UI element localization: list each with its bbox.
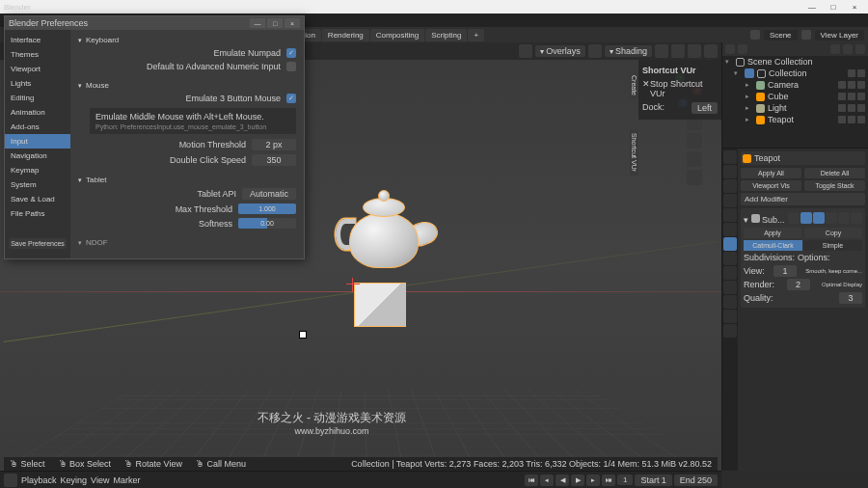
window-max-button[interactable]: □ [824, 1, 843, 13]
modifier-name[interactable]: Sub... [762, 215, 785, 225]
timeline-type-icon[interactable] [4, 474, 17, 487]
prefs-ndof-header[interactable]: NDOF [78, 236, 296, 249]
motion-threshold-value[interactable]: 2 px [252, 139, 296, 150]
shade-render-icon[interactable] [704, 44, 718, 58]
prefs-nav-filepaths[interactable]: File Paths [5, 206, 70, 221]
current-frame[interactable]: 1 [617, 474, 633, 485]
outliner-item-teapot[interactable]: ▸Teapot [722, 114, 868, 125]
prefs-tablet-header[interactable]: Tablet [78, 174, 296, 186]
tablet-api-dropdown[interactable]: Automatic [242, 188, 296, 200]
outliner-item-camera[interactable]: ▸Camera [722, 79, 868, 91]
ptab-particle[interactable] [723, 252, 737, 265]
outliner-collection[interactable]: ▾ Collection [722, 68, 868, 79]
catmull-tab[interactable]: Catmull-Clark [744, 240, 802, 251]
dblclick-value[interactable]: 350 [252, 154, 296, 166]
sel-icon[interactable] [848, 81, 855, 89]
save-preferences-button[interactable]: Save Preferences [9, 238, 67, 249]
camera-icon[interactable] [687, 151, 702, 167]
mod-move-up-icon[interactable] [838, 212, 850, 224]
render-icon[interactable] [857, 104, 865, 112]
ptab-data[interactable] [723, 295, 737, 309]
apply-all-button[interactable]: Apply All [741, 168, 801, 178]
prefs-nav-viewport[interactable]: Viewport [5, 62, 70, 76]
ntab-create[interactable]: Create [630, 71, 638, 99]
ptab-modifier[interactable] [723, 237, 737, 251]
window-min-button[interactable]: — [802, 1, 822, 13]
prefs-keyboard-header[interactable]: Keyboard [78, 34, 296, 46]
ptab-output[interactable] [723, 165, 737, 178]
tl-marker[interactable]: Marker [113, 475, 140, 485]
gizmo-toggle-icon[interactable] [519, 44, 532, 58]
mod-cage-icon[interactable] [826, 212, 837, 224]
render-icon[interactable] [857, 116, 865, 123]
delete-all-button[interactable]: Delete All [804, 168, 865, 178]
prefs-nav-navigation[interactable]: Navigation [5, 149, 70, 163]
outliner-item-light[interactable]: ▸Light [722, 102, 868, 114]
add-modifier-dropdown[interactable]: Add Modifier [741, 193, 865, 205]
prefs-close-button[interactable]: × [285, 18, 300, 28]
ptab-object[interactable] [723, 223, 737, 236]
default-adv-check[interactable] [286, 62, 296, 71]
end-frame[interactable]: End 250 [674, 474, 718, 486]
emulate-numpad-check[interactable]: ✓ [286, 48, 296, 58]
vis-icon[interactable] [838, 81, 846, 89]
tl-playback[interactable]: Playback [21, 475, 57, 485]
keyframe-prev-button[interactable]: ◂ [540, 474, 554, 486]
prefs-nav-addons[interactable]: Add-ons [5, 120, 70, 134]
outliner-display-icon[interactable] [738, 44, 747, 54]
ptab-scene[interactable] [723, 194, 737, 207]
toggle-stack-button[interactable]: Toggle Stack [804, 180, 865, 191]
shade-solid-icon[interactable] [671, 44, 685, 58]
play-button[interactable]: ▶ [571, 474, 584, 486]
quality-value[interactable]: 3 [839, 292, 862, 304]
ptab-physics[interactable] [723, 266, 737, 280]
mod-render-icon[interactable] [813, 212, 825, 224]
shade-wire-icon[interactable] [655, 44, 668, 58]
ptab-material[interactable] [723, 310, 737, 323]
filter-icon[interactable] [843, 44, 853, 54]
uv-smooth-dropdown[interactable]: Smooth, keep corne... [805, 268, 862, 274]
ptab-texture[interactable] [723, 324, 737, 338]
ws-scripting[interactable]: Scripting [425, 29, 467, 41]
coll-render-icon[interactable] [857, 69, 865, 77]
outliner-item-cube[interactable]: ▸Cube [722, 91, 868, 102]
optimal-display-check[interactable]: Optimal Display [822, 282, 862, 287]
prefs-nav-lights[interactable]: Lights [5, 76, 70, 91]
keyframe-next-button[interactable]: ▸ [586, 474, 600, 486]
render-icon[interactable] [857, 93, 865, 100]
copy-button[interactable]: Copy [804, 228, 862, 238]
ws-rendering[interactable]: Rendering [322, 29, 369, 41]
sel-icon[interactable] [848, 93, 855, 100]
render-icon[interactable] [857, 81, 865, 89]
prefs-nav-saveload[interactable]: Save & Load [5, 192, 70, 206]
sel-icon[interactable] [848, 104, 855, 112]
jump-start-button[interactable]: ⏮ [525, 474, 538, 486]
ptab-render[interactable] [723, 150, 737, 164]
mod-delete-icon[interactable] [851, 212, 862, 224]
pan-icon[interactable] [687, 133, 702, 149]
outliner-type-icon[interactable] [725, 44, 735, 54]
prefs-nav-themes[interactable]: Themes [5, 47, 70, 62]
xray-icon[interactable] [588, 44, 602, 58]
render-value[interactable]: 2 [787, 279, 810, 290]
ws-add[interactable]: + [468, 29, 484, 41]
overlays-dropdown[interactable]: ▾ Overlays [535, 45, 585, 57]
apply-button[interactable]: Apply [744, 228, 801, 238]
vis-icon[interactable] [838, 104, 846, 112]
vis-icon[interactable] [838, 93, 846, 100]
prefs-nav-keymap[interactable]: Keymap [5, 163, 70, 177]
prefs-nav-input[interactable]: Input [5, 134, 70, 149]
ws-compositing[interactable]: Compositing [370, 29, 424, 41]
search-icon[interactable] [830, 44, 840, 54]
shade-lookdev-icon[interactable] [688, 44, 701, 58]
mod-display-icon[interactable] [800, 212, 812, 224]
view-value[interactable]: 1 [773, 265, 797, 277]
prefs-min-button[interactable]: — [250, 18, 265, 28]
newcoll-icon[interactable] [855, 44, 865, 54]
prefs-max-button[interactable]: □ [267, 18, 283, 28]
dock-value[interactable]: Left [692, 102, 718, 114]
scene-name-field[interactable]: Scene [764, 30, 798, 41]
outliner-scene-collection[interactable]: ▾ Scene Collection [722, 56, 868, 68]
ptab-constraint[interactable] [723, 281, 737, 294]
tl-view[interactable]: View [91, 475, 109, 485]
